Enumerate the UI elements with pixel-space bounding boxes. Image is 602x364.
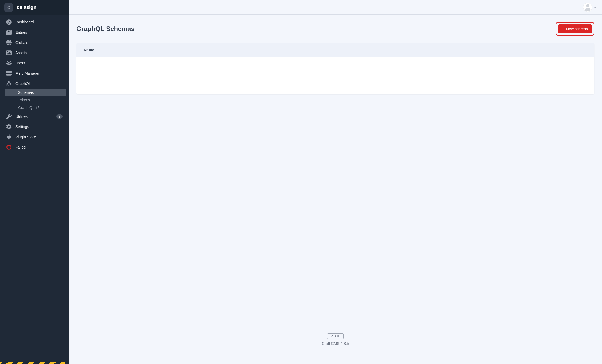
nav-item-field-manager[interactable]: Field Manager [2,68,66,78]
subnav-label: GraphiQL [18,105,35,110]
nav-item-dashboard[interactable]: Dashboard [2,17,66,27]
subnav-item-graphiql[interactable]: GraphiQL [15,104,66,111]
footer: PRO Craft CMS 4.3.5 [76,325,594,356]
nav-label: Dashboard [15,20,63,24]
nav-label: Plugin Store [15,135,63,139]
nav-item-globals[interactable]: Globals [2,37,66,48]
nav-item-utilities[interactable]: Utilities 2 [2,111,66,122]
page-header: GraphQL Schemas + New schema [76,22,594,36]
gear-icon [6,124,12,129]
nav-label: Users [15,61,63,65]
nav-label: Field Manager [15,71,63,75]
nav-badge: 2 [56,114,63,119]
sidebar-header[interactable]: C delasign [0,0,69,15]
nav-label: Failed [15,145,63,149]
subnav-item-schemas[interactable]: Schemas [5,89,66,96]
user-menu[interactable] [583,3,597,12]
version-text: Craft CMS 4.3.5 [76,341,594,346]
nav-label: Utilities [15,114,53,119]
grid-icon [6,71,12,76]
avatar [583,3,592,12]
edition-badge[interactable]: PRO [327,333,344,339]
newspaper-icon [6,30,12,35]
nav-item-graphql[interactable]: GraphQL [2,78,66,89]
topbar [69,0,602,15]
primary-nav: Dashboard Entries Globals Assets [0,15,69,154]
caution-strip [0,362,65,364]
globe-icon [6,40,12,45]
main-content: GraphQL Schemas + New schema Name PRO Cr… [69,0,602,364]
nav-item-users[interactable]: Users [2,58,66,68]
nav-item-entries[interactable]: Entries [2,27,66,37]
users-icon [6,60,12,66]
wrench-icon [6,114,12,119]
content-area: GraphQL Schemas + New schema Name PRO Cr… [69,15,602,364]
nav-label: Settings [15,125,63,129]
page-title: GraphQL Schemas [76,25,135,33]
plug-icon [6,134,12,140]
subnav-label: Tokens [18,98,30,102]
column-name: Name [84,48,94,52]
external-link-icon [36,106,39,109]
gauge-icon [6,19,12,25]
subnav-label: Schemas [18,90,34,95]
nav-label: GraphQL [15,81,63,86]
schemas-table-panel: Name [76,43,594,94]
new-schema-highlight: + New schema [556,22,594,36]
site-icon-letter: C [7,5,10,10]
table-header: Name [76,43,594,57]
nav-item-assets[interactable]: Assets [2,48,66,58]
graphql-subnav: Schemas Tokens GraphiQL [2,89,66,111]
nav-label: Entries [15,30,63,35]
plus-icon: + [562,27,564,31]
failed-circle-icon [6,145,12,150]
nav-label: Assets [15,51,63,55]
new-schema-label: New schema [566,27,588,31]
new-schema-button[interactable]: + New schema [558,24,592,33]
nav-item-settings[interactable]: Settings [2,122,66,132]
nav-label: Globals [15,40,63,45]
nav-item-plugin-store[interactable]: Plugin Store [2,132,66,142]
nav-item-failed[interactable]: Failed [2,142,66,152]
image-icon [6,50,12,56]
chevron-down-icon [594,5,597,10]
sidebar: C delasign Dashboard Entries Globals [0,0,69,364]
site-name: delasign [17,5,36,10]
site-icon: C [4,3,13,12]
subnav-item-tokens[interactable]: Tokens [15,96,66,104]
graphql-icon [6,81,12,86]
